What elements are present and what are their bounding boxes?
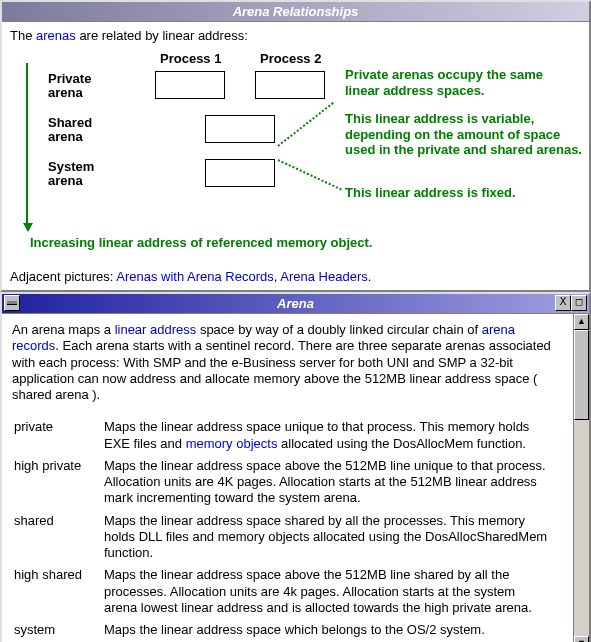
- scroll-up-button[interactable]: ▲: [574, 314, 589, 330]
- pointer-to-system: [278, 159, 342, 190]
- link-memory-objects[interactable]: memory objects: [186, 436, 278, 451]
- maximize-button[interactable]: □: [571, 295, 587, 311]
- box-system: [205, 159, 275, 187]
- title-text-2: Arena: [277, 296, 314, 311]
- def-row-system: system Maps the linear address space whi…: [14, 622, 561, 642]
- box-shared: [205, 115, 275, 143]
- scroll-down-button[interactable]: ▼: [574, 636, 589, 642]
- row-system-b: arena: [48, 173, 83, 188]
- def-text-system: Maps the linear address space which belo…: [104, 622, 561, 642]
- scroll-wrap: An arena maps a linear address space by …: [2, 314, 589, 642]
- row-private-a: Private: [48, 71, 91, 86]
- def-text-high-private: Maps the linear address space above the …: [104, 458, 561, 511]
- intro-prefix: The: [10, 28, 36, 43]
- link-arena-records[interactable]: Arenas with Arena Records: [116, 269, 274, 284]
- scroll-thumb[interactable]: [574, 330, 589, 420]
- adjacent-end: .: [368, 269, 372, 284]
- def-text-high-shared: Maps the linear address space above the …: [104, 567, 561, 620]
- link-linear-address[interactable]: linear address: [115, 322, 197, 337]
- ann-private: Private arenas occupy the same linear ad…: [345, 67, 575, 98]
- p1b: space by way of a doubly linked circular…: [196, 322, 481, 337]
- col-process1: Process 1: [160, 51, 221, 66]
- row-shared-b: arena: [48, 129, 83, 144]
- def-term-system: system: [14, 622, 102, 642]
- close-button[interactable]: X: [555, 295, 571, 311]
- vertical-scrollbar[interactable]: ▲ ▼: [573, 314, 589, 642]
- title-text-1: Arena Relationships: [233, 4, 359, 19]
- arena-intro: An arena maps a linear address space by …: [12, 322, 563, 403]
- adjacent-prefix: Adjacent pictures:: [10, 269, 116, 284]
- ann-increasing: Increasing linear address of referenced …: [30, 235, 580, 251]
- increasing-address-arrow: [26, 63, 28, 223]
- col-process2: Process 2: [260, 51, 321, 66]
- def-row-shared: shared Maps the linear address space sha…: [14, 513, 561, 566]
- def-row-high-shared: high shared Maps the linear address spac…: [14, 567, 561, 620]
- link-arena-headers[interactable]: Arena Headers: [280, 269, 367, 284]
- arena-diagram: Process 1 Process 2 Private arena Shared…: [10, 51, 581, 261]
- def-row-high-private: high private Maps the linear address spa…: [14, 458, 561, 511]
- ann-fixed: This linear address is fixed.: [345, 185, 575, 201]
- titlebar-2: Arena X □: [2, 294, 589, 314]
- p1c: . Each arena starts with a sentinel reco…: [12, 338, 551, 402]
- content-2: An arena maps a linear address space by …: [2, 314, 573, 642]
- def-private-suffix: allocated using the DosAllocMem function…: [277, 436, 526, 451]
- system-menu-icon[interactable]: [4, 295, 20, 311]
- ann-variable: This linear address is variable, dependi…: [345, 111, 583, 158]
- arena-relationships-window: Arena Relationships The arenas are relat…: [0, 0, 591, 292]
- box-private-p1: [155, 71, 225, 99]
- intro-paragraph: The arenas are related by linear address…: [10, 28, 581, 43]
- def-row-private: private Maps the linear address space un…: [14, 419, 561, 456]
- intro-suffix: are related by linear address:: [76, 28, 248, 43]
- definitions-table: private Maps the linear address space un…: [12, 417, 563, 642]
- def-text-private: Maps the linear address space unique to …: [104, 419, 561, 456]
- row-shared-a: Shared: [48, 115, 92, 130]
- def-term-shared: shared: [14, 513, 102, 566]
- def-term-high-shared: high shared: [14, 567, 102, 620]
- row-private-b: arena: [48, 85, 83, 100]
- pointer-to-shared: [277, 102, 333, 147]
- box-private-p2: [255, 71, 325, 99]
- row-system-a: System: [48, 159, 94, 174]
- p1a: An arena maps a: [12, 322, 115, 337]
- arenas-link[interactable]: arenas: [36, 28, 76, 43]
- def-term-high-private: high private: [14, 458, 102, 511]
- content-1: The arenas are related by linear address…: [2, 22, 589, 267]
- def-text-shared: Maps the linear address space shared by …: [104, 513, 561, 566]
- adjacent-pictures: Adjacent pictures: Arenas with Arena Rec…: [2, 267, 589, 290]
- arena-window: Arena X □ An arena maps a linear address…: [0, 292, 591, 642]
- titlebar-1: Arena Relationships: [2, 2, 589, 22]
- def-term-private: private: [14, 419, 102, 456]
